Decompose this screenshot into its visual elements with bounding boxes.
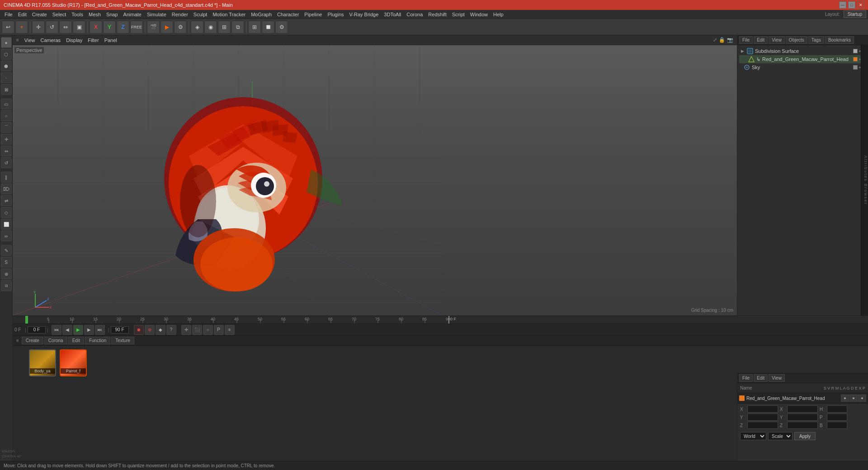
y-axis-btn[interactable]: Y <box>103 21 116 33</box>
viewport-menu-filter[interactable]: Filter <box>88 38 99 43</box>
obj-tab-file[interactable]: File <box>739 36 753 44</box>
props-tab-view[interactable]: View <box>769 374 785 382</box>
menu-tools[interactable]: Tools <box>69 11 86 18</box>
y-rot-input[interactable]: 0 cm <box>787 414 818 421</box>
mat-tab-corona[interactable]: Corona <box>44 337 67 344</box>
timeline-move-icon[interactable]: ✛ <box>181 325 191 335</box>
scale-tool-left[interactable]: ⇔ <box>1 146 12 156</box>
record-btn[interactable]: ⏺ <box>134 325 144 335</box>
menu-vray[interactable]: V-Ray Bridge <box>347 11 382 18</box>
layout-dropdown[interactable]: Startup <box>844 10 866 18</box>
wireframe-btn[interactable]: ⊞ <box>218 21 231 33</box>
display-mode-btn[interactable]: ◈ <box>191 21 203 33</box>
mode-point[interactable]: · <box>1 72 12 83</box>
viewport-menu-view[interactable]: View <box>24 38 35 43</box>
magnet-tool[interactable]: ⊕ <box>1 268 12 279</box>
config-btn[interactable]: ⚙ <box>275 21 288 33</box>
viewport-menu-panel[interactable]: Panel <box>104 38 117 43</box>
viewport-menu-display[interactable]: Display <box>66 38 82 43</box>
menu-simulate[interactable]: Simulate <box>144 11 169 18</box>
grid-btn[interactable]: ⊞ <box>248 21 261 33</box>
mat-tab-edit[interactable]: Edit <box>68 337 84 344</box>
menu-sculpt[interactable]: Sculpt <box>191 11 210 18</box>
loop-tool[interactable]: ∞ <box>1 230 12 241</box>
viewport-menu-cameras[interactable]: Cameras <box>41 38 61 43</box>
prop-vis-btn[interactable]: ● <box>841 395 849 402</box>
x-pos-input[interactable]: 0 cm <box>747 405 778 413</box>
go-start-btn[interactable]: ⏮ <box>52 325 61 335</box>
x-axis-btn[interactable]: X <box>90 21 102 33</box>
knife-tool[interactable]: ∥ <box>1 172 12 183</box>
material-body[interactable]: Body_ya <box>29 349 56 376</box>
mat-tab-function[interactable]: Function <box>85 337 110 344</box>
prop-r-btn[interactable]: ● <box>858 395 866 402</box>
auto-key-btn[interactable]: ⊕ <box>145 325 155 335</box>
obj-tab-objects[interactable]: Objects <box>786 36 807 44</box>
viewport[interactable]: Perspective Grid Spacing : 10 cm Z Y X <box>13 45 737 315</box>
menu-motion-tracker[interactable]: Motion Tracker <box>210 11 248 18</box>
menu-corona[interactable]: Corona <box>404 11 425 18</box>
bevel-tool[interactable]: ◇ <box>1 207 12 218</box>
timeline-key-icon[interactable]: ⬛ <box>192 325 202 335</box>
obj-row-sky[interactable]: Sky ● ● <box>739 63 866 71</box>
extrude-tool[interactable]: ⬜ <box>1 219 12 230</box>
mode-edge[interactable]: ⬢ <box>1 61 12 71</box>
mode-object[interactable]: ● <box>1 37 12 48</box>
menu-mesh[interactable]: Mesh <box>86 11 104 18</box>
menu-select[interactable]: Select <box>50 11 69 18</box>
menu-animate[interactable]: Animate <box>121 11 144 18</box>
menu-character[interactable]: Character <box>274 11 302 18</box>
viewport-render-icon[interactable]: 📷 <box>727 37 733 43</box>
mat-tab-texture[interactable]: Texture <box>111 337 134 344</box>
scale-tool[interactable]: ⇔ <box>59 21 72 33</box>
mat-tab-create[interactable]: Create <box>22 337 43 344</box>
menu-pipeline[interactable]: Pipeline <box>302 11 325 18</box>
z-rot-input[interactable]: 0 cm <box>787 422 818 429</box>
menu-window[interactable]: Window <box>467 11 491 18</box>
scale-mode-dropdown[interactable]: Scale <box>768 432 793 440</box>
x-rot-input[interactable]: 0 cm <box>787 405 818 413</box>
key-btn[interactable]: ◆ <box>156 325 165 335</box>
p-input[interactable]: 1° <box>827 414 847 421</box>
h-input[interactable]: 0° <box>827 405 847 413</box>
obj-tab-view[interactable]: View <box>769 36 785 44</box>
frame-input[interactable] <box>28 326 46 334</box>
menu-mograph[interactable]: MoGraph <box>248 11 274 18</box>
z-axis-btn[interactable]: Z <box>117 21 129 33</box>
apply-button[interactable]: Apply <box>794 432 816 440</box>
snap-btn[interactable]: 🔲 <box>262 21 274 33</box>
menu-file[interactable]: File <box>2 11 15 18</box>
viewport-fullscreen-icon[interactable]: ⤢ <box>713 37 717 43</box>
viewport-lock-icon[interactable]: 🔒 <box>719 37 725 43</box>
mode-uv[interactable]: ⊠ <box>1 84 12 95</box>
menu-create[interactable]: Create <box>29 11 50 18</box>
menu-3dtoall[interactable]: 3DToAll <box>381 11 404 18</box>
props-tab-file[interactable]: File <box>739 374 753 382</box>
timeline-more-icon[interactable]: ≡ <box>225 325 235 335</box>
select-free[interactable]: ⌒ <box>1 122 12 133</box>
end-frame-input[interactable] <box>111 326 129 334</box>
menu-plugins[interactable]: Plugins <box>325 11 346 18</box>
rotate-tool[interactable]: ↺ <box>46 21 58 33</box>
free-axis-btn[interactable]: FREE <box>130 21 143 33</box>
step-fwd-btn[interactable]: ▶ <box>84 325 94 335</box>
b-input[interactable]: 0° <box>827 422 847 429</box>
menu-render[interactable]: Render <box>169 11 191 18</box>
texture-btn[interactable]: ⧉ <box>231 21 244 33</box>
obj-tab-edit[interactable]: Edit <box>754 36 768 44</box>
step-back-btn[interactable]: ◀ <box>62 325 72 335</box>
obj-row-parrot[interactable]: ↳ Red_and_Green_Macaw_Parrot_Head ● ● <box>739 55 866 63</box>
coord-system-dropdown[interactable]: World Object Parent <box>740 432 766 440</box>
anim-settings-btn[interactable]: ? <box>166 325 176 335</box>
move-tool-left[interactable]: ✛ <box>1 134 12 145</box>
move-tool[interactable]: ✛ <box>32 21 45 33</box>
timeline-loop-icon[interactable]: ○ <box>203 325 213 335</box>
mat-panel-menu[interactable]: ≡ <box>14 337 21 344</box>
close-button[interactable]: ✕ <box>857 1 864 9</box>
menu-edit[interactable]: Edit <box>15 11 29 18</box>
go-end-btn[interactable]: ⏭ <box>95 325 105 335</box>
maximize-button[interactable]: □ <box>848 1 855 9</box>
minimize-button[interactable]: — <box>839 1 846 9</box>
undo-button[interactable]: ↩ <box>2 21 14 33</box>
mirror-tool[interactable]: ⇌ <box>1 195 12 206</box>
